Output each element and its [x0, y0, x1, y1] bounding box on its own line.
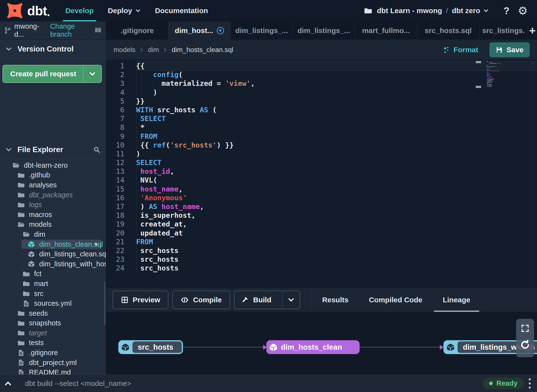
tab-dim-listings-2[interactable]: dim_listings_...	[293, 21, 355, 40]
file-tree-item-dim[interactable]: dim	[0, 229, 106, 239]
code-line-8: *	[136, 123, 537, 132]
version-control-header[interactable]: Version Control	[0, 40, 106, 59]
create-pull-request-button[interactable]: Create pull request	[2, 65, 102, 83]
code-content[interactable]: {{ config( materialized = 'view', )}}WIT…	[136, 61, 537, 273]
file-tree-item-dbt-packages[interactable]: dbt_packages	[0, 190, 106, 200]
sidebar-scrollbar[interactable]	[104, 281, 105, 325]
file-tree-item-analyses[interactable]: analyses	[0, 180, 106, 190]
line-number: 17	[106, 202, 124, 211]
folder-open-icon	[17, 221, 25, 228]
file-tree-item-dbt-learn-zero[interactable]: dbt-learn-zero	[0, 160, 106, 170]
folder-icon	[364, 6, 372, 15]
help-icon[interactable]: ?	[503, 5, 509, 16]
code-line-13: host_id,	[136, 167, 537, 176]
file-tree-item-tests[interactable]: tests	[0, 338, 106, 348]
build-button[interactable]: Build	[234, 291, 300, 309]
change-branch-link[interactable]: Change branch	[50, 22, 94, 38]
build-dropdown-button[interactable]	[282, 291, 300, 309]
tab-mart-fullmoon[interactable]: mart_fullmo...	[355, 21, 417, 40]
file-tree-item-src[interactable]: src	[0, 289, 106, 299]
tab-dim-listings-1[interactable]: dim_listings_...	[231, 21, 293, 40]
minimap[interactable]: {{ config( materialized = 'view', )}}WIT…	[486, 61, 532, 92]
chevron-down-icon	[5, 146, 12, 153]
project-separator: /	[446, 7, 448, 15]
file-tree-item-sources-yml[interactable]: sources.yml	[0, 298, 106, 308]
fullscreen-icon[interactable]	[520, 324, 530, 333]
minimap-change-marker	[476, 61, 481, 63]
tab-gitignore[interactable]: .gitignore	[106, 21, 168, 40]
format-button[interactable]: Format	[442, 46, 478, 54]
compile-button[interactable]: Compile	[172, 291, 230, 309]
nav-develop[interactable]: Develop	[65, 0, 94, 21]
tab-dim-hosts-clean[interactable]: dim_host...	[168, 21, 231, 40]
tab-results[interactable]: Results	[312, 288, 359, 312]
file-tree-item-dim-listings-clean-sql[interactable]: dim_listings_clean.sql	[0, 249, 106, 259]
file-tree-item-fct[interactable]: fct	[0, 269, 106, 279]
kebab-menu-icon[interactable]	[529, 378, 531, 389]
file-icon	[17, 359, 25, 366]
line-number: 2	[106, 70, 124, 79]
add-tab-button[interactable]: +	[528, 21, 537, 40]
code-line-23: src_hosts	[136, 255, 537, 264]
git-branch-icon	[4, 26, 11, 35]
file-tree-item-target[interactable]: target	[0, 328, 106, 338]
code-line-11: )	[136, 149, 537, 158]
sidebar: Version Control Create pull request File…	[0, 40, 106, 375]
nav-deploy[interactable]: Deploy	[108, 0, 141, 21]
file-explorer-header[interactable]: File Explorer	[0, 140, 106, 159]
file-tree-item-readme-md[interactable]: README.md	[0, 367, 106, 375]
gear-icon[interactable]: ⚙	[518, 5, 528, 16]
chevron-down-icon[interactable]	[483, 8, 489, 14]
file-tree-item-mart[interactable]: mart	[0, 279, 106, 289]
lineage-node-dim-hosts-clean[interactable]: dim_hosts_clean	[266, 340, 360, 354]
editor-tab-bar: .gitignore dim_host... dim_listings_... …	[106, 21, 537, 40]
nav-documentation[interactable]: Documentation	[155, 0, 208, 21]
file-tree-item-dbt-project-yml[interactable]: dbt_project.yml	[0, 358, 106, 368]
expand-command-bar-button[interactable]	[0, 375, 16, 392]
file-tree-item-dim-listings-with-hosts[interactable]: dim_listings_with_hosts...	[0, 259, 106, 269]
line-number: 9	[106, 132, 124, 141]
main-nav: Develop Deploy Documentation	[65, 0, 208, 21]
file-tree-label: models	[29, 220, 52, 228]
indent-guide	[136, 255, 137, 264]
file-tree-item-logs[interactable]: logs	[0, 200, 106, 210]
save-button[interactable]: Save	[489, 42, 530, 57]
breadcrumb-file[interactable]: dim_hosts_clean.sql	[172, 46, 233, 54]
refresh-icon[interactable]	[520, 339, 531, 350]
file-tree-item-macros[interactable]: macros	[0, 210, 106, 220]
file-tree-item-models[interactable]: models	[0, 220, 106, 230]
pr-dropdown-button[interactable]	[83, 65, 101, 82]
environment-name[interactable]: dbt zero	[452, 7, 480, 15]
tab-src-hosts[interactable]: src_hosts.sql	[417, 21, 479, 40]
tab-lineage[interactable]: Lineage	[433, 288, 480, 312]
tab-src-listings[interactable]: src_listings.	[479, 21, 528, 40]
branch-name[interactable]: mwong-d...	[14, 22, 46, 38]
dbt-logo[interactable]: dbt	[0, 2, 49, 19]
code-line-19: created_at,	[136, 220, 537, 228]
file-tree-item-github[interactable]: .github	[0, 170, 106, 180]
docs-book-icon[interactable]	[94, 26, 102, 35]
file-tree-label: mart	[34, 280, 48, 288]
top-nav-right: dbt Learn - mwong / dbt zero ? ⚙	[364, 5, 537, 16]
file-tree-item-snapshots[interactable]: snapshots	[0, 318, 106, 328]
code-line-16: 'Anonymous'	[136, 193, 537, 202]
line-number: 6	[106, 105, 124, 114]
command-input[interactable]: dbt build --select <model_name>	[25, 379, 131, 388]
code-editor[interactable]: 123456789101112131415161718192021222324 …	[106, 60, 537, 287]
tab-compiled-code[interactable]: Compiled Code	[359, 288, 433, 312]
indent-guide	[136, 176, 137, 184]
breadcrumb-models[interactable]: models	[113, 46, 135, 54]
file-tree-item-seeds[interactable]: seeds	[0, 308, 106, 318]
preview-button[interactable]: Preview	[113, 291, 168, 309]
lineage-node-src-hosts[interactable]: src_hosts	[118, 340, 183, 354]
indent-guide	[136, 141, 137, 149]
lineage-panel: src_hosts dim_hosts_clean dim_listings_w…	[106, 312, 537, 375]
breadcrumb-dim[interactable]: dim	[148, 46, 159, 54]
file-tree-item-gitignore[interactable]: .gitignore	[0, 348, 106, 358]
file-tree-item-dim-hosts-clean-sql[interactable]: dim_hosts_clean.sql	[0, 239, 106, 249]
project-name[interactable]: dbt Learn - mwong	[377, 7, 442, 15]
indent-guide	[136, 88, 137, 97]
unsaved-indicator-icon	[217, 27, 224, 34]
search-icon[interactable]	[93, 146, 101, 154]
editor-scrollbar[interactable]	[532, 60, 532, 287]
